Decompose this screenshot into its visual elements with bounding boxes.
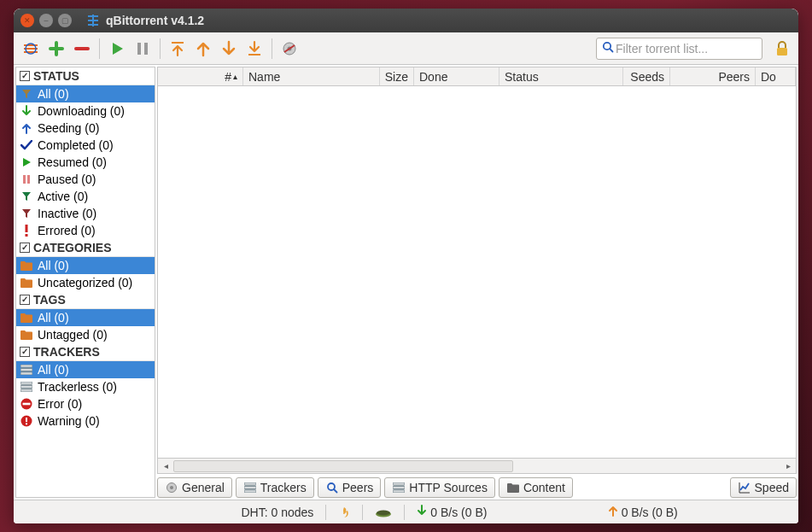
- sidebar-item[interactable]: Downloading (0): [16, 102, 155, 120]
- up-arrow-icon: [20, 121, 33, 135]
- check-icon: [20, 138, 33, 152]
- sidebar-item[interactable]: Completed (0): [16, 137, 155, 154]
- sidebar-item-label: Untagged (0): [38, 327, 108, 342]
- svg-rect-11: [20, 365, 32, 367]
- down-arrow-icon: [20, 104, 33, 118]
- tab-label: HTTP Sources: [409, 481, 488, 494]
- search-icon: [325, 481, 339, 494]
- tab-speed[interactable]: Speed: [730, 477, 797, 498]
- folder-icon: [20, 276, 33, 289]
- sidebar-item[interactable]: Seeding (0): [16, 120, 155, 137]
- server-icon: [20, 363, 33, 377]
- col-seeds[interactable]: Seeds: [623, 67, 670, 85]
- section-header[interactable]: ✓TAGS: [16, 291, 155, 309]
- window-maximize-button[interactable]: ▢: [58, 14, 72, 27]
- sidebar-item[interactable]: All (0): [16, 309, 155, 326]
- svg-rect-26: [244, 490, 256, 493]
- sidebar-item-label: All (0): [38, 258, 69, 273]
- sidebar-item[interactable]: Error (0): [16, 395, 155, 412]
- speed-mode-icon[interactable]: [338, 506, 350, 519]
- dht-status[interactable]: DHT: 0 nodes: [241, 506, 313, 519]
- sidebar-item[interactable]: Uncategorized (0): [16, 274, 155, 291]
- titlebar: ✕ – ▢ qBittorrent v4.1.2: [14, 9, 798, 32]
- window-close-button[interactable]: ✕: [20, 14, 34, 27]
- move-down-button[interactable]: [217, 37, 241, 61]
- upload-speed[interactable]: 0 B/s (0 B): [608, 505, 678, 519]
- sidebar-item-label: Active (0): [38, 189, 88, 204]
- tab-content[interactable]: Content: [499, 477, 573, 498]
- sidebar-item[interactable]: Warning (0): [16, 412, 155, 430]
- chart-icon: [738, 481, 751, 494]
- filter-icon: [20, 207, 33, 220]
- resume-button[interactable]: [105, 37, 129, 61]
- filter-icon: [20, 190, 33, 203]
- col-status[interactable]: Status: [499, 67, 623, 85]
- play-icon: [20, 155, 33, 169]
- filter-box[interactable]: [596, 38, 762, 60]
- move-top-button[interactable]: [166, 37, 190, 61]
- svg-rect-8: [27, 175, 30, 184]
- col-peers[interactable]: Peers: [670, 67, 756, 85]
- col-down[interactable]: Do: [756, 67, 796, 85]
- sidebar-item[interactable]: All (0): [16, 257, 155, 274]
- svg-rect-12: [20, 368, 32, 371]
- col-size[interactable]: Size: [380, 67, 414, 85]
- col-name[interactable]: Name: [243, 67, 380, 85]
- checkbox-icon[interactable]: ✓: [20, 71, 30, 81]
- move-up-button[interactable]: [191, 37, 215, 61]
- sidebar-item[interactable]: Resumed (0): [16, 154, 155, 171]
- remove-torrent-button[interactable]: [70, 37, 94, 61]
- section-header[interactable]: ✓CATEGORIES: [16, 239, 155, 257]
- sidebar-item[interactable]: All (0): [16, 85, 155, 102]
- svg-rect-18: [23, 403, 31, 406]
- open-torrent-button[interactable]: [19, 37, 43, 61]
- sidebar-item[interactable]: Errored (0): [16, 222, 155, 239]
- filter-icon: [20, 87, 33, 101]
- section-title: TAGS: [33, 293, 66, 307]
- settings-button[interactable]: [277, 37, 301, 61]
- scroll-left-icon[interactable]: ◂: [158, 459, 173, 473]
- lock-button[interactable]: [771, 38, 793, 60]
- horizontal-scrollbar[interactable]: ◂ ▸: [158, 458, 796, 473]
- sidebar-item-label: Errored (0): [38, 223, 96, 238]
- alt-speed-icon[interactable]: [375, 507, 392, 517]
- main-panel: #▴ Name Size Done Status Seeds Peers Do …: [157, 67, 797, 498]
- checkbox-icon[interactable]: ✓: [20, 347, 30, 357]
- svg-rect-14: [20, 382, 32, 384]
- section-header[interactable]: ✓STATUS: [16, 67, 155, 85]
- scroll-right-icon[interactable]: ▸: [780, 459, 796, 473]
- tab-http-sources[interactable]: HTTP Sources: [384, 477, 495, 498]
- sidebar-item[interactable]: All (0): [16, 361, 155, 378]
- svg-point-32: [377, 510, 390, 515]
- col-done[interactable]: Done: [414, 67, 499, 85]
- sidebar-item[interactable]: Active (0): [16, 188, 155, 205]
- sidebar-item-label: Completed (0): [38, 137, 114, 153]
- download-speed[interactable]: 0 B/s (0 B): [417, 505, 487, 519]
- svg-rect-25: [244, 486, 256, 488]
- tab-trackers[interactable]: Trackers: [236, 477, 314, 498]
- scroll-thumb[interactable]: [173, 460, 513, 472]
- tab-general[interactable]: General: [157, 477, 232, 498]
- sidebar-item-label: All (0): [38, 362, 69, 377]
- tab-peers[interactable]: Peers: [318, 477, 382, 498]
- add-torrent-button[interactable]: [44, 37, 68, 61]
- section-header[interactable]: ✓TRACKERS: [16, 343, 155, 361]
- sidebar-item-label: Inactive (0): [38, 206, 96, 221]
- svg-rect-28: [393, 482, 405, 485]
- window-title: qBittorrent v4.1.2: [106, 14, 204, 27]
- checkbox-icon[interactable]: ✓: [20, 295, 30, 305]
- scroll-track[interactable]: [173, 459, 780, 473]
- table-header[interactable]: #▴ Name Size Done Status Seeds Peers Do: [158, 67, 796, 86]
- sidebar-item[interactable]: Inactive (0): [16, 205, 155, 222]
- pause-button[interactable]: [131, 37, 155, 61]
- col-number[interactable]: #: [225, 70, 231, 84]
- sidebar-item[interactable]: Trackerless (0): [16, 378, 155, 395]
- checkbox-icon[interactable]: ✓: [20, 243, 30, 253]
- svg-point-23: [170, 486, 173, 489]
- move-bottom-button[interactable]: [242, 37, 266, 61]
- torrent-table: #▴ Name Size Done Status Seeds Peers Do …: [157, 67, 797, 474]
- filter-input[interactable]: [614, 41, 757, 56]
- window-minimize-button[interactable]: –: [39, 14, 53, 27]
- sidebar-item[interactable]: Paused (0): [16, 171, 155, 188]
- sidebar-item[interactable]: Untagged (0): [16, 326, 155, 343]
